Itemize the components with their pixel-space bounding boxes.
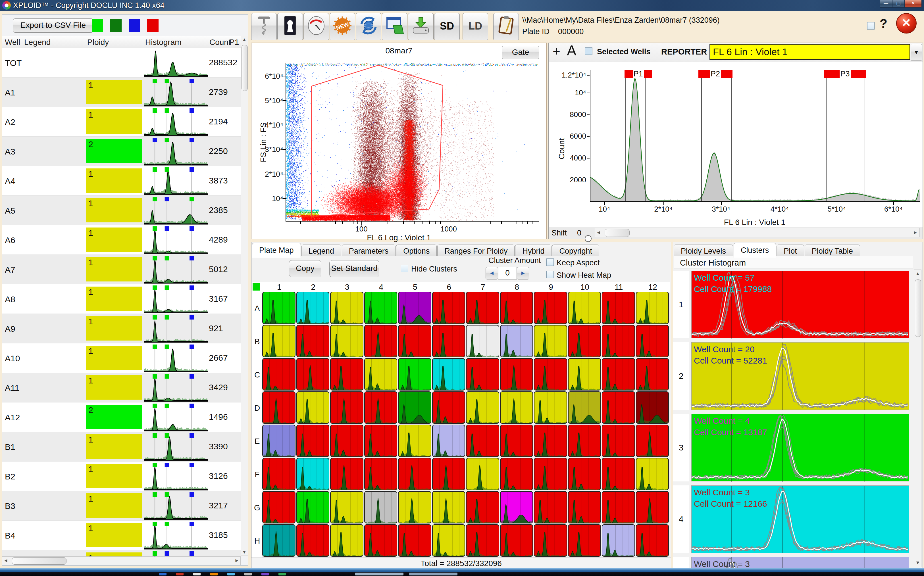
taskbar-item[interactable] — [227, 573, 235, 576]
cluster-row[interactable]: 5Well Count = 3 — [673, 557, 913, 568]
column-header[interactable]: Ploidy — [87, 38, 109, 47]
plate-well[interactable] — [602, 425, 635, 457]
gate-button[interactable]: Gate — [502, 46, 539, 59]
sync-globe-button[interactable] — [356, 13, 381, 40]
splitter-handle[interactable] — [585, 235, 592, 242]
plate-well[interactable] — [500, 425, 533, 457]
clusters-scroll-up[interactable]: ▲ — [914, 271, 921, 277]
corkscrew-button[interactable] — [251, 13, 277, 40]
taskbar-window-button[interactable] — [409, 573, 458, 576]
taskbar-window-button[interactable] — [355, 573, 404, 576]
legend-color-swatch[interactable] — [110, 19, 122, 32]
plate-well[interactable] — [466, 458, 499, 490]
tab-plate-map[interactable]: Plate Map — [252, 243, 301, 258]
plate-well[interactable] — [398, 425, 431, 457]
plate-well[interactable] — [432, 391, 465, 424]
plate-well[interactable] — [432, 325, 465, 357]
table-row[interactable]: A91921 — [2, 314, 241, 343]
taskbar-item[interactable] — [193, 573, 200, 576]
plate-well[interactable] — [364, 491, 397, 523]
plate-well[interactable] — [568, 458, 601, 490]
plate-well[interactable] — [398, 458, 431, 490]
clusters-scroll-down[interactable]: ▼ — [914, 560, 921, 566]
table-row[interactable]: B213126 — [2, 462, 241, 491]
plate-well[interactable] — [534, 425, 567, 457]
hscroll-thumb[interactable] — [12, 557, 66, 565]
plate-well[interactable] — [330, 524, 364, 557]
windows-taskbar[interactable] — [0, 572, 924, 576]
plate-well[interactable] — [466, 391, 499, 424]
cluster-amount-value[interactable]: 0 — [498, 267, 517, 280]
table-row[interactable]: B113390 — [2, 432, 241, 462]
table-row[interactable]: A1221496 — [2, 402, 241, 432]
plate-well[interactable] — [500, 292, 533, 324]
clusters-scrollbar[interactable]: ▲ ▼ — [914, 270, 921, 567]
plate-well[interactable] — [500, 524, 533, 557]
plate-well[interactable] — [364, 391, 397, 424]
taskbar-item[interactable] — [159, 573, 167, 576]
plate-well[interactable] — [636, 358, 669, 390]
plate-well[interactable] — [568, 391, 601, 424]
plate-well[interactable] — [602, 325, 635, 357]
plate-well[interactable] — [500, 325, 533, 357]
help-button[interactable]: ? — [880, 16, 887, 31]
plate-well[interactable] — [636, 458, 669, 490]
plate-well[interactable] — [296, 458, 330, 490]
plate-well[interactable] — [432, 358, 465, 390]
plate-well[interactable] — [466, 325, 499, 357]
plate-well[interactable] — [330, 458, 364, 490]
set-standard-button[interactable]: Set Standard — [329, 260, 380, 277]
cluster-amount-increment[interactable]: ► — [517, 267, 529, 280]
plate-well[interactable] — [568, 325, 601, 357]
plate-well[interactable] — [466, 425, 499, 457]
plate-well[interactable] — [296, 358, 330, 390]
plate-well[interactable] — [262, 425, 296, 457]
vscroll-thumb[interactable] — [242, 45, 248, 91]
plate-well[interactable] — [636, 325, 669, 357]
plate-well[interactable] — [398, 524, 431, 557]
plate-well[interactable] — [466, 358, 499, 390]
taskbar-item[interactable] — [279, 573, 286, 576]
plate-well[interactable] — [602, 292, 635, 324]
header-checkbox[interactable] — [867, 22, 874, 30]
plate-well[interactable] — [398, 325, 431, 357]
shift-right-arrow[interactable]: ► — [913, 230, 918, 235]
plate-well[interactable] — [330, 425, 364, 457]
plate-well[interactable] — [568, 425, 601, 457]
plate-well[interactable] — [330, 292, 364, 324]
clusters-scroll-thumb[interactable] — [915, 280, 921, 337]
shift-scrollbar[interactable]: ◄ ► — [594, 228, 920, 237]
histogram-plot[interactable]: P1P2P3 — [590, 70, 920, 202]
plate-well[interactable] — [262, 391, 296, 424]
close-file-button[interactable]: ✕ — [896, 13, 917, 34]
plate-well[interactable] — [602, 458, 635, 490]
scroll-up-arrow[interactable]: ▲ — [241, 37, 248, 43]
cluster-amount-decrement[interactable]: ◄ — [485, 267, 498, 280]
plate-well[interactable] — [262, 325, 296, 357]
plate-well[interactable] — [534, 458, 567, 490]
table-row[interactable]: A1012667 — [2, 343, 241, 373]
plate-well[interactable] — [330, 325, 364, 357]
plate-well[interactable] — [568, 491, 601, 523]
plate-well[interactable] — [262, 458, 296, 490]
legend-color-swatch[interactable] — [92, 19, 103, 32]
plate-well[interactable] — [296, 491, 330, 523]
plate-well[interactable] — [636, 292, 669, 324]
plate-well[interactable] — [568, 358, 601, 390]
plate-well[interactable] — [500, 358, 533, 390]
plate-well[interactable] — [602, 524, 635, 557]
scatter-plot-canvas[interactable] — [286, 63, 539, 221]
taskbar-item[interactable] — [210, 573, 218, 576]
taskbar-item[interactable] — [261, 573, 269, 576]
minimize-button[interactable]: — — [880, 0, 892, 8]
plate-well[interactable] — [364, 425, 397, 457]
plate-well[interactable] — [432, 292, 465, 324]
plate-well[interactable] — [432, 524, 465, 557]
shift-left-arrow[interactable]: ◄ — [596, 230, 601, 235]
legend-color-swatch[interactable] — [147, 19, 159, 32]
plate-well[interactable] — [568, 524, 601, 557]
plate-well[interactable] — [398, 358, 431, 390]
sd-button[interactable]: SD — [434, 13, 460, 40]
new-badge-button[interactable]: NEW — [330, 13, 355, 40]
plate-well[interactable] — [466, 292, 499, 324]
